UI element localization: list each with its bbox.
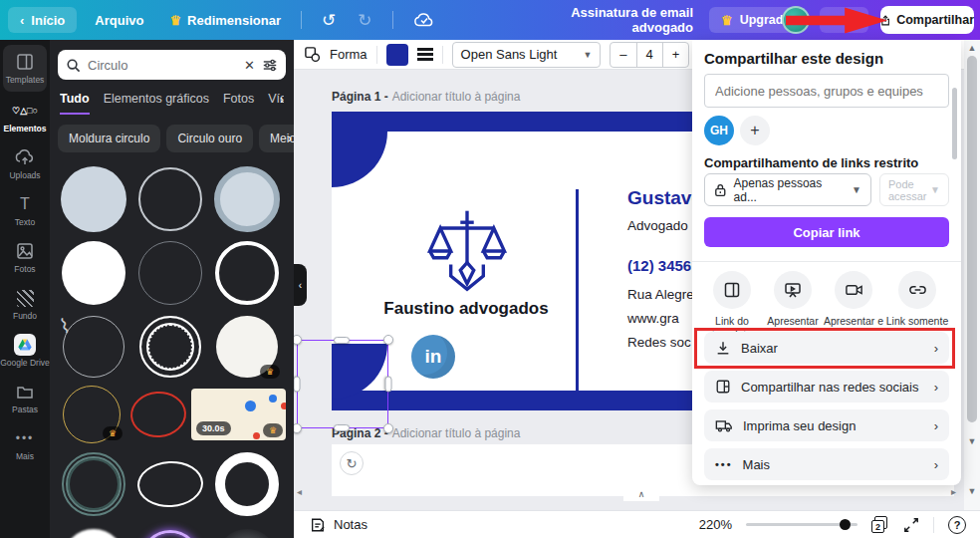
- sidebar-item-texto[interactable]: T Texto: [0, 187, 50, 234]
- sidebar-item-fundo[interactable]: Fundo: [0, 281, 50, 328]
- clear-search-icon[interactable]: ✕: [244, 58, 255, 73]
- lawyer-role[interactable]: Advogado: [627, 218, 688, 233]
- scroll-down-arrow[interactable]: ▼: [964, 436, 980, 446]
- help-button[interactable]: ?: [948, 516, 966, 534]
- sidebar-item-templates[interactable]: Templates: [3, 45, 47, 92]
- result-circle-leaf-frame[interactable]: ⌇: [58, 312, 129, 382]
- result-circle-filled-bluegray[interactable]: [58, 164, 129, 234]
- scroll-down-arrow-2[interactable]: ▼: [964, 486, 980, 496]
- selection-handle[interactable]: [334, 337, 350, 344]
- selection-box[interactable]: [297, 340, 388, 428]
- collaborator-avatar[interactable]: GH: [704, 116, 734, 145]
- result-ellipse-sketch-red[interactable]: [130, 386, 186, 443]
- result-ellipse-sketch-white[interactable]: [134, 449, 206, 519]
- expand-bottom-panel-tab[interactable]: ∧: [623, 488, 659, 501]
- result-circle-outline-medium[interactable]: [211, 238, 283, 308]
- file-menu-button[interactable]: Arquivo: [83, 13, 155, 28]
- hscroll-left-arrow[interactable]: ◂: [297, 486, 302, 497]
- pill-circulo-ouro[interactable]: Circulo ouro: [166, 125, 253, 152]
- tab-elementos-graficos[interactable]: Elementos gráficos: [104, 92, 209, 115]
- fullscreen-icon[interactable]: [903, 517, 919, 533]
- result-circle-outline-thin[interactable]: [134, 164, 206, 234]
- hscroll-right-arrow[interactable]: ▸: [951, 486, 956, 497]
- vertical-scrollbar[interactable]: ▲ ▼ ▼: [964, 40, 980, 510]
- brand-name[interactable]: Faustino advogados: [352, 299, 581, 319]
- address[interactable]: Rua Alegre: [627, 287, 694, 302]
- undo-icon[interactable]: ↺: [314, 12, 344, 29]
- tab-fotos[interactable]: Fotos: [223, 92, 254, 115]
- font-size-increase[interactable]: +: [663, 43, 689, 67]
- website[interactable]: www.gra: [627, 311, 679, 326]
- sidebar-item-elementos[interactable]: ♡△□○ Elementos: [0, 94, 50, 140]
- panel-collapse-handle[interactable]: ‹: [294, 264, 307, 306]
- result-video-animated-circles[interactable]: 30.0s ♛: [191, 386, 286, 443]
- page-count-button[interactable]: 2: [871, 516, 889, 534]
- selection-handle[interactable]: [334, 424, 350, 431]
- dialog-scrollbar[interactable]: [952, 88, 957, 159]
- home-button[interactable]: ‹ Início: [8, 7, 77, 33]
- law-firm-logo[interactable]: [419, 203, 515, 299]
- refresh-icon[interactable]: ↻: [340, 451, 364, 475]
- row-print-design[interactable]: Imprima seu design ›: [704, 409, 949, 441]
- result-circle-textured-pro[interactable]: ♛: [211, 312, 283, 382]
- sidebar-item-mais[interactable]: ••• Mais: [0, 421, 50, 468]
- sidebar-item-uploads[interactable]: Uploads: [0, 140, 50, 187]
- pills-overflow-chevron-icon[interactable]: ›: [288, 132, 292, 145]
- selection-handle[interactable]: [385, 377, 392, 393]
- border-weight-icon[interactable]: [417, 48, 433, 61]
- row-more[interactable]: ••• Mais ›: [704, 448, 949, 480]
- result-circle-dotted-double[interactable]: [134, 312, 206, 382]
- redo-icon[interactable]: ↻: [350, 12, 379, 29]
- design-quarter-circle-top[interactable]: [332, 132, 387, 187]
- social-label[interactable]: Redes soc: [627, 335, 691, 350]
- zoom-percentage[interactable]: 220%: [699, 517, 732, 532]
- linkedin-icon[interactable]: in: [411, 335, 455, 379]
- result-circle-ring-thick[interactable]: [211, 449, 283, 519]
- copy-link-button[interactable]: Copiar link: [704, 217, 949, 247]
- result-circle-neon-purple[interactable]: [134, 525, 206, 538]
- quick-action-present[interactable]: Apresentar: [761, 271, 825, 329]
- result-circle-gold-thin-pro[interactable]: ♛: [58, 386, 125, 443]
- scroll-up-arrow[interactable]: ▲: [964, 43, 980, 53]
- zoom-slider-knob[interactable]: [840, 519, 851, 530]
- share-button[interactable]: Compartilhar: [880, 6, 974, 34]
- page2-label[interactable]: Página 2 -Adicionar título à página: [332, 426, 520, 440]
- result-circle-ring-border[interactable]: [211, 164, 283, 234]
- page1-label[interactable]: Página 1 -Adicionar título à página: [332, 90, 520, 104]
- font-size-decrease[interactable]: –: [611, 43, 635, 67]
- search-input[interactable]: Circulo: [88, 58, 237, 73]
- row-download[interactable]: Baixar ›: [704, 332, 949, 364]
- selection-handle[interactable]: [383, 335, 393, 345]
- tab-tudo[interactable]: Tudo: [60, 92, 90, 115]
- selection-handle[interactable]: [294, 377, 301, 393]
- result-circle-brush-teal[interactable]: [58, 449, 129, 519]
- add-person-button[interactable]: +: [740, 116, 770, 145]
- result-circle-blur-gray[interactable]: [211, 525, 283, 538]
- zoom-slider[interactable]: [746, 523, 858, 526]
- notes-button[interactable]: Notas: [294, 517, 368, 533]
- sidebar-item-pastas[interactable]: Pastas: [0, 375, 50, 421]
- sidebar-item-fotos[interactable]: Fotos: [0, 234, 50, 281]
- font-size-value[interactable]: 4: [636, 43, 663, 67]
- document-title[interactable]: Assinatura de email advogado: [538, 5, 693, 35]
- people-input[interactable]: [704, 74, 949, 108]
- shape-label[interactable]: Forma: [330, 47, 368, 62]
- sidebar-item-google-drive[interactable]: Google Drive: [0, 328, 50, 375]
- filter-sliders-icon[interactable]: [262, 58, 278, 73]
- resize-button[interactable]: ♛ Redimensionar: [161, 13, 289, 28]
- result-circle-outline-hairline[interactable]: [134, 238, 206, 308]
- pill-moldura-circulo[interactable]: Moldura circulo: [58, 125, 160, 152]
- search-bar[interactable]: Circulo ✕: [58, 50, 286, 80]
- result-circle-glow-white[interactable]: [58, 525, 129, 538]
- font-family-select[interactable]: Open Sans Light ▼: [452, 42, 602, 68]
- access-dropdown[interactable]: Apenas pessoas ad... ▼: [704, 173, 871, 206]
- fill-color-swatch[interactable]: [386, 44, 408, 66]
- phone-number[interactable]: (12) 3456: [627, 257, 691, 274]
- row-share-social[interactable]: Compartilhar nas redes sociais ›: [704, 371, 949, 403]
- tabs-overflow-chevron-icon[interactable]: ›: [280, 93, 284, 107]
- selection-handle[interactable]: [383, 423, 393, 433]
- permission-dropdown[interactable]: Pode acessar ▼: [879, 173, 949, 206]
- design-divider-line[interactable]: [576, 189, 579, 397]
- result-circle-filled-white[interactable]: [58, 238, 129, 308]
- scrollbar-thumb[interactable]: [967, 56, 977, 422]
